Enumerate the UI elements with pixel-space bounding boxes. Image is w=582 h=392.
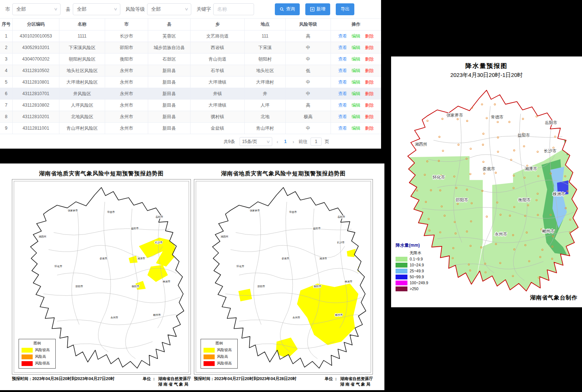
edit-link[interactable]: 编辑 [352, 68, 361, 74]
station-marker [513, 150, 515, 151]
delete-link[interactable]: 删除 [365, 45, 374, 51]
city-filter-label: 市 [5, 6, 10, 13]
station-marker [442, 118, 443, 120]
page-size-select[interactable]: 15条/页 ∨ [240, 137, 272, 146]
edit-link[interactable]: 编辑 [352, 91, 361, 97]
goto-page-input[interactable] [310, 137, 322, 146]
legend-label: 风险高 [217, 354, 228, 359]
view-link[interactable]: 查看 [338, 125, 347, 132]
legend-swatch [22, 354, 33, 359]
edit-link[interactable]: 编辑 [352, 45, 361, 51]
edit-link[interactable]: 编辑 [352, 114, 361, 120]
city-label: 邵阳市 [75, 285, 83, 288]
station-marker [466, 120, 468, 122]
map-credit: 湖南省气象台制作 [530, 294, 578, 301]
delete-link[interactable]: 删除 [365, 114, 374, 120]
trend-map-image-2: 湘西州张家界市常德市岳阳市益阳市长沙市娄底市湘潭市怀化市株洲市邵阳市衡阳市永州市… [196, 181, 371, 373]
station-marker [481, 104, 483, 105]
delete-link[interactable]: 删除 [365, 79, 374, 85]
table-row[interactable]: 3 43040700202 朝阳村风险区 衡阳市 石鼓区 青山街道 朝阳村 中 … [0, 54, 381, 65]
edit-link[interactable]: 编辑 [352, 125, 361, 132]
table-row[interactable]: 4 43112810502 地头社区风险区 永州市 新田县 石羊镇 地头社区 低… [0, 65, 381, 77]
trend-maps-panel: 湖南省地质灾害气象风险中短期预警预报趋势图 湘西州张家界市常德市岳阳市益阳市长沙… [0, 163, 384, 390]
keyword-input[interactable] [213, 3, 254, 15]
legend-label: 50~99.9 [410, 275, 424, 279]
city-label: 衡阳市 [518, 198, 531, 202]
city-label: 湘潭市 [319, 257, 327, 260]
city-label: 张家界市 [250, 209, 260, 212]
city-label: 岳阳市 [338, 216, 345, 218]
city-label: 湘西州 [221, 235, 228, 238]
col-header-name: 名称 [59, 19, 105, 30]
trend-map-figure-1: 湖南省地质灾害气象风险中短期预警预报趋势图 湘西州张家界市常德市岳阳市益阳市长沙… [12, 170, 191, 387]
legend-item: 0.1~9.9 [396, 256, 428, 262]
station-marker [542, 104, 544, 105]
search-icon [280, 7, 284, 12]
station-marker [570, 164, 571, 166]
add-button[interactable]: 新增 [305, 3, 330, 15]
table-body: 1 4301020010053 1111 长沙市 芙蓉区 文艺路街道 111 高… [0, 30, 381, 134]
view-link[interactable]: 查看 [338, 33, 347, 39]
county-select[interactable]: 全部 ∨ [73, 3, 120, 15]
edit-link[interactable]: 编辑 [352, 79, 361, 85]
edit-link[interactable]: 编辑 [352, 102, 361, 108]
table-row[interactable]: 1 4301020010053 1111 长沙市 芙蓉区 文艺路街道 111 高… [0, 30, 381, 42]
station-marker [495, 172, 497, 174]
delete-link[interactable]: 删除 [365, 56, 374, 62]
view-link[interactable]: 查看 [338, 114, 347, 120]
table-row[interactable]: 7 43112810802 人坪风险区 永州市 新田县 大坪塘镇 人坪 高 查看… [0, 100, 381, 111]
delete-link[interactable]: 删除 [365, 68, 374, 74]
station-marker [439, 136, 440, 137]
legend-label: 风险高 [35, 354, 46, 359]
edit-link[interactable]: 编辑 [352, 56, 361, 62]
legend-swatch [396, 281, 407, 285]
col-header-place: 地点 [245, 19, 286, 30]
view-link[interactable]: 查看 [338, 91, 347, 97]
station-marker [452, 102, 453, 104]
delete-link[interactable]: 删除 [365, 91, 374, 97]
next-page-button[interactable]: › [291, 139, 296, 145]
table-row[interactable]: 5 43112810801 大坪塘村风险区 永州市 新田县 大坪塘镇 大坪塘村 … [0, 77, 381, 88]
city-label: 株洲市 [162, 280, 170, 283]
delete-link[interactable]: 删除 [365, 33, 374, 39]
trend-map-title: 湖南省地质灾害气象风险中短期预警预报趋势图 [12, 170, 191, 177]
rain-legend: 降水量(mm) 无降水 0.1~9.910~24.925~49.950~99.9… [396, 242, 428, 291]
table-row[interactable]: 2 43052910201 下宋溪风险区 邵阳市 城步苗族自治县 西岩镇 下宋溪… [0, 42, 381, 54]
rain-map-panel: 降水量预报图 2023年4月30日20时-1日20时 湘西州张家界市常德市岳阳市… [391, 56, 582, 307]
table-row[interactable]: 9 43112811001 青山坪村风险区 永州市 新田县 金盆镇 青山坪村 中… [0, 123, 381, 134]
delete-link[interactable]: 删除 [365, 102, 374, 108]
city-label: 长沙市 [337, 241, 345, 244]
table-row[interactable]: 8 43112810201 北地风险区 永州市 新田县 骥村镇 北地 极高 查看… [0, 111, 381, 123]
city-select[interactable]: 全部 ∨ [12, 3, 61, 15]
city-label: 邵阳市 [257, 285, 265, 288]
city-label: 怀化市 [236, 265, 244, 268]
view-link[interactable]: 查看 [338, 79, 347, 85]
current-page[interactable]: 1 [283, 139, 288, 144]
chevron-down-icon: ∨ [266, 139, 270, 144]
view-link[interactable]: 查看 [338, 68, 347, 74]
trend-map-image-1: 湘西州张家界市常德市岳阳市益阳市长沙市娄底市湘潭市怀化市株洲市邵阳市衡阳市永州市… [14, 181, 189, 373]
filter-bar: 市 全部 ∨ 县 全部 ∨ 风险等级 全部 ∨ 关键字 查询 [0, 0, 381, 19]
city-label: 湘西州 [415, 142, 427, 146]
view-link[interactable]: 查看 [338, 56, 347, 62]
station-marker [508, 121, 510, 123]
prev-page-button[interactable]: ‹ [275, 139, 280, 145]
view-link[interactable]: 查看 [338, 102, 347, 108]
county-select-value: 全部 [77, 6, 87, 13]
search-button[interactable]: 查询 [275, 3, 300, 15]
table-row[interactable]: 6 43112810701 井风险区 永州市 新田县 井镇 井 中 查看 编辑 … [0, 88, 381, 100]
legend-swatch [396, 263, 407, 268]
export-button[interactable]: 导出 [336, 3, 354, 15]
legend-label: 风险很高 [217, 361, 232, 366]
city-label: 张家界市 [446, 113, 463, 117]
forecast-time: 预报时间：2023年04月27日20时到2023年04月28日20时 [194, 376, 296, 387]
edit-link[interactable]: 编辑 [352, 33, 361, 39]
city-label: 郴州市 [335, 314, 343, 317]
station-marker [427, 120, 428, 122]
delete-link[interactable]: 删除 [365, 125, 374, 132]
risk-level-select[interactable]: 全部 ∨ [147, 3, 191, 15]
legend-no-rain: 无降水 [410, 250, 422, 256]
city-label: 郴州市 [542, 229, 555, 233]
view-link[interactable]: 查看 [338, 45, 347, 51]
city-label: 常德市 [491, 115, 504, 119]
